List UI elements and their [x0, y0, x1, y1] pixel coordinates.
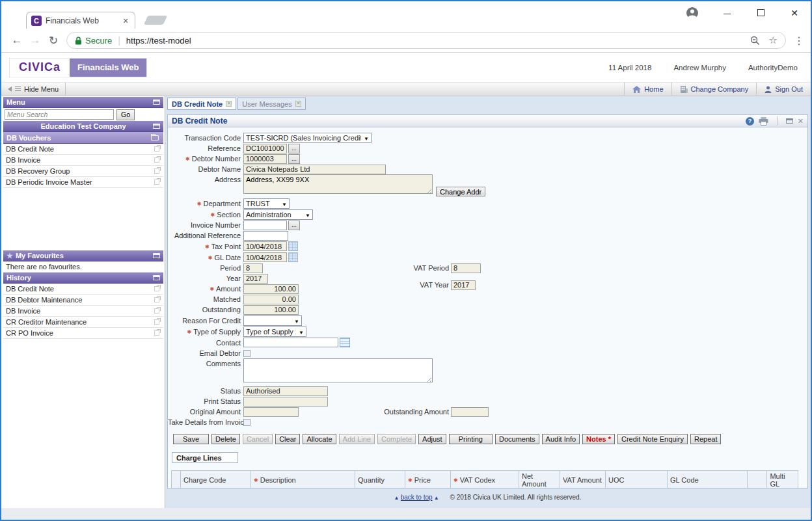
calendar-icon[interactable] — [288, 241, 298, 251]
open-new-window-icon[interactable] — [154, 330, 159, 336]
delete-button[interactable]: Delete — [211, 434, 240, 444]
original-amount-input[interactable] — [243, 407, 299, 417]
hide-menu-button[interactable]: Hide Menu — [1, 83, 66, 96]
open-new-window-icon[interactable] — [154, 286, 159, 291]
allocate-button[interactable]: Allocate — [303, 434, 336, 444]
collapse-panel-icon[interactable] — [153, 253, 160, 258]
tab-close-icon[interactable] — [295, 101, 301, 107]
tab-close-icon[interactable] — [121, 16, 130, 25]
sidebar-item-db-invoice[interactable]: DB Invoice — [3, 155, 163, 166]
contact-input[interactable] — [243, 338, 338, 347]
debtor-number-input[interactable] — [243, 154, 287, 164]
address-bar[interactable]: Secure | https://test-model — [66, 32, 786, 49]
change-company-button[interactable]: Change Company — [671, 83, 757, 96]
take-details-checkbox[interactable] — [243, 419, 250, 426]
minimize-button[interactable] — [720, 7, 734, 19]
vouchers-group-header[interactable]: DB Vouchers — [3, 132, 163, 144]
type-of-supply-select[interactable]: Type of Supply 1 — [243, 327, 306, 337]
period-input[interactable] — [243, 263, 263, 273]
back-icon[interactable]: ← — [8, 34, 26, 47]
comments-textarea[interactable] — [243, 358, 433, 382]
change-address-button[interactable]: Change Addr — [436, 187, 485, 196]
documents-button[interactable]: Documents — [495, 434, 539, 444]
new-tab-button[interactable] — [144, 16, 168, 25]
printing-button[interactable]: Printing — [449, 434, 493, 444]
profile-icon[interactable] — [686, 7, 700, 20]
calendar-icon[interactable] — [288, 252, 298, 262]
close-button[interactable] — [787, 8, 802, 18]
invoice-number-input[interactable] — [243, 220, 287, 230]
save-button[interactable]: Save — [173, 434, 209, 444]
bookmark-star-icon[interactable] — [769, 34, 778, 46]
outstanding-input[interactable] — [243, 305, 299, 315]
home-button[interactable]: Home — [624, 83, 671, 96]
section-select[interactable]: Administration — [243, 209, 313, 220]
history-item-cr-po-invoice[interactable]: CR PO Invoice — [3, 328, 163, 339]
maximize-button[interactable] — [753, 7, 768, 19]
outstanding-amount-input[interactable] — [451, 407, 489, 417]
history-item-db-debtor-maintenance[interactable]: DB Debtor Maintenance — [3, 295, 163, 306]
print-icon[interactable] — [759, 117, 768, 126]
tax-point-input[interactable] — [243, 241, 287, 251]
debtor-lookup-button[interactable]: ... — [288, 154, 300, 164]
reference-input[interactable] — [243, 144, 287, 154]
department-select[interactable]: TRUST — [243, 198, 290, 209]
invoice-lookup-button[interactable]: ... — [288, 220, 300, 230]
menu-search-input[interactable] — [5, 109, 114, 120]
matched-input[interactable] — [243, 295, 299, 304]
back-to-top-link[interactable]: back to top — [401, 494, 433, 501]
history-item-db-invoice[interactable]: DB Invoice — [3, 306, 163, 317]
restore-panel-icon[interactable] — [786, 118, 793, 124]
reason-for-credit-select[interactable] — [243, 315, 302, 326]
notes-button[interactable]: Notes * — [582, 434, 615, 444]
history-item-db-credit-note[interactable]: DB Credit Note — [3, 284, 163, 295]
open-new-window-icon[interactable] — [154, 180, 159, 185]
collapse-panel-icon[interactable] — [153, 275, 160, 280]
adjust-button[interactable]: Adjust — [418, 434, 446, 444]
debtor-name-input[interactable] — [243, 165, 386, 174]
sidebar-item-db-periodic-invoice-master[interactable]: DB Periodic Invoice Master — [3, 177, 163, 188]
cancel-button[interactable]: Cancel — [243, 434, 273, 444]
tab-db-credit-note[interactable]: DB Credit Note — [167, 98, 236, 110]
forward-icon[interactable]: → — [26, 34, 44, 47]
vat-year-input[interactable] — [451, 280, 476, 290]
audit-info-button[interactable]: Audit Info — [542, 434, 580, 444]
reload-icon[interactable]: ↻ — [44, 34, 62, 47]
open-new-window-icon[interactable] — [154, 308, 159, 314]
address-textarea[interactable]: Address, XX99 9XX — [243, 174, 433, 194]
tab-close-icon[interactable] — [226, 101, 232, 107]
open-new-window-icon[interactable] — [154, 319, 159, 325]
open-new-window-icon[interactable] — [154, 146, 159, 152]
sidebar-item-db-credit-note[interactable]: DB Credit Note — [3, 144, 163, 155]
add-line-button[interactable]: Add Line — [339, 434, 375, 444]
charge-lines-tab[interactable]: Charge Lines — [172, 452, 238, 463]
close-panel-icon[interactable] — [798, 117, 804, 126]
year-input[interactable] — [243, 274, 268, 284]
help-icon[interactable] — [746, 117, 754, 126]
open-new-window-icon[interactable] — [154, 168, 159, 174]
sidebar-item-db-recovery-group[interactable]: DB Recovery Group — [3, 166, 163, 177]
amount-input[interactable] — [243, 284, 299, 294]
zoom-out-icon[interactable] — [750, 36, 760, 46]
history-item-cr-creditor-maintenance[interactable]: CR Creditor Maintenance — [3, 317, 163, 328]
collapse-panel-icon[interactable] — [153, 100, 160, 105]
print-status-input[interactable] — [243, 397, 328, 407]
repeat-button[interactable]: Repeat — [690, 434, 721, 444]
tab-user-messages[interactable]: User Messages — [237, 98, 305, 110]
complete-button[interactable]: Complete — [377, 434, 416, 444]
collapse-panel-icon[interactable] — [153, 124, 160, 129]
vat-period-input[interactable] — [451, 263, 481, 273]
contact-picker-icon[interactable] — [340, 338, 350, 347]
email-debtor-checkbox[interactable] — [243, 350, 250, 357]
credit-note-enquiry-button[interactable]: Credit Note Enquiry — [617, 434, 688, 444]
open-new-window-icon[interactable] — [154, 157, 159, 163]
reference-lookup-button[interactable]: ... — [288, 144, 300, 154]
browser-tab[interactable]: C Financials Web — [26, 12, 135, 29]
transaction-code-select[interactable]: TEST-SICRD (Sales Invoicing Credit Note) — [243, 133, 372, 143]
sign-out-button[interactable]: Sign Out — [756, 83, 811, 96]
menu-search-go-button[interactable]: Go — [116, 109, 135, 120]
open-new-window-icon[interactable] — [154, 297, 159, 302]
gl-date-input[interactable] — [243, 252, 287, 262]
status-input[interactable] — [243, 386, 328, 396]
clear-button[interactable]: Clear — [275, 434, 300, 444]
